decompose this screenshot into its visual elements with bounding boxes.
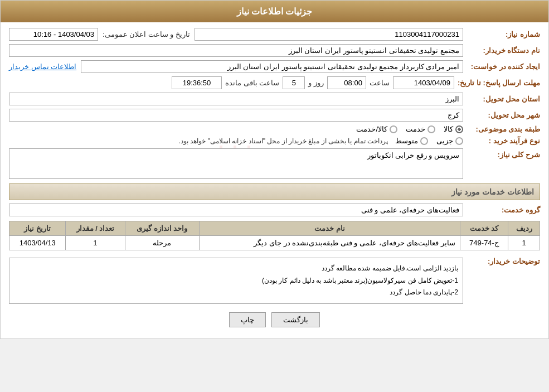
cell-row: 1 [508,236,540,250]
purchase-option-medium[interactable]: متوسط [395,137,428,145]
cell-unit: مرحله [125,236,200,250]
province-row: استان محل تحویل: البرز [9,93,540,105]
response-days: 5 [283,76,305,89]
need-desc-container: 🛡 سرویس و رفع خرابی انکوباتور [9,148,463,179]
need-desc-section: شرح کلی نیاز: 🛡 سرویس و رفع خرابی انکوبا… [9,148,540,179]
city-label: شهر محل تحویل: [468,111,540,119]
need-number-value: 1103004117000231 [195,28,463,41]
back-button[interactable]: بازگشت [271,312,320,327]
button-row: بازگشت چاپ [9,312,540,327]
response-deadline-row: مهلت ارسال پاسخ: تا تاریخ: 1403/04/09 سا… [9,76,540,89]
city-row: شهر محل تحویل: کرج [9,109,540,122]
buyer-org-label: نام دستگاه خریدار: [468,46,540,55]
need-number-label: شماره نیاز: [468,30,540,38]
purchase-label-medium: متوسط [395,137,418,145]
category-label-kala-service: کالا/خدمت [356,125,387,133]
service-group-value: فعالیت‌های حرفه‌ای، علمی و فنی [9,204,463,216]
purchase-radio-partial [455,137,463,145]
buyer-org-row: نام دستگاه خریدار: مجتمع تولیدی تحقیقاتی… [9,44,540,57]
announce-date-label: تاریخ و ساعت اعلان عمومی: [103,30,190,38]
city-value: کرج [9,109,463,122]
content-area: شماره نیاز: 1103004117000231 تاریخ و ساع… [1,22,548,338]
col-header-name: نام خدمت [200,221,460,236]
cell-code: ج-74-749 [460,236,508,250]
category-radio-service [427,125,435,133]
response-remaining-label: ساعت باقی مانده [225,79,279,87]
purchase-option-partial[interactable]: جزیی [436,137,463,145]
response-deadline-label: مهلت ارسال پاسخ: تا تاریخ: [458,79,540,87]
creator-value: امیر مرادی کاربرداز مجتمع تولیدی تحقیقات… [81,60,463,73]
category-radio-kala [455,125,463,133]
purchase-type-label: نوع فرآیند خرید : [468,137,540,145]
category-option-kala-service[interactable]: کالا/خدمت [356,125,397,133]
buyer-notes-label: توضیحات خریدار: [468,257,540,265]
need-number-row: شماره نیاز: 1103004117000231 تاریخ و ساع… [9,28,540,41]
page-wrapper: جزئیات اطلاعات نیاز شماره نیاز: 11030041… [0,0,549,339]
col-header-code: کد خدمت [460,221,508,236]
purchase-radio-medium [420,137,428,145]
creator-row: ایجاد کننده در خواست: امیر مرادی کاربردا… [9,60,540,73]
buyer-notes-value: بازدید الزامی است.فایل ضمیمه شده مطالعه … [9,258,463,304]
announce-date-value: 1403/04/03 - 10:16 [9,28,98,41]
cell-name: سایر فعالیت‌های حرفه‌ای، علمی و فنی طبقه… [200,236,460,250]
col-header-date: تاریخ نیاز [9,221,66,236]
response-date: 1403/04/09 [393,76,454,89]
creator-link[interactable]: اطلاعات تماس خریدار [9,62,76,71]
category-option-service[interactable]: خدمت [406,125,435,133]
print-button[interactable]: چاپ [229,312,266,327]
page-header: جزئیات اطلاعات نیاز [1,1,548,22]
category-radio-kala-service [390,125,397,133]
table-row: 1 ج-74-749 سایر فعالیت‌های حرفه‌ای، علمی… [9,236,540,250]
need-desc-label: شرح کلی نیاز: [468,151,540,159]
response-time: 08:00 [327,76,366,89]
category-label-kala: کالا [444,125,453,133]
category-option-kala[interactable]: کالا [444,125,463,133]
col-header-qty: تعداد / مقدار [66,221,125,236]
category-radio-group: کالا خدمت کالا/خدمت [356,125,463,133]
response-remaining: 19:36:50 [172,76,222,89]
province-value: البرز [9,93,463,105]
cell-date: 1403/04/13 [9,236,66,250]
need-desc-value: سرویس و رفع خرابی انکوباتور [9,148,463,179]
purchase-radio-group: جزیی متوسط [395,137,463,145]
purchase-type-row: نوع فرآیند خرید : جزیی متوسط پرداخت تمام… [9,137,540,145]
category-label-service: خدمت [406,125,425,133]
services-section-header: اطلاعات خدمات مورد نیاز [9,183,540,200]
category-row: طبقه بندی موضوعی: کالا خدمت کالا/خدمت [9,125,540,133]
purchase-note: پرداخت تمام یا بخشی از مبلغ خریدار از مح… [179,137,388,145]
creator-label: ایجاد کننده در خواست: [468,62,540,71]
response-days-label: روز و [308,79,324,87]
purchase-label-partial: جزیی [436,137,453,145]
table-header-row: ردیف کد خدمت نام خدمت واحد اندازه گیری ت… [9,221,540,236]
service-group-row: گروه خدمت: فعالیت‌های حرفه‌ای، علمی و فن… [9,204,540,216]
response-time-label: ساعت [370,79,390,87]
services-table: ردیف کد خدمت نام خدمت واحد اندازه گیری ت… [9,221,540,250]
province-label: استان محل تحویل: [468,95,540,103]
buyer-notes-section: توضیحات خریدار: بازدید الزامی است.فایل ض… [9,255,540,307]
cell-quantity: 1 [66,236,125,250]
buyer-org-value: مجتمع تولیدی تحقیقاتی انستیتو پاستور ایر… [9,44,463,57]
service-group-label: گروه خدمت: [468,206,540,214]
col-header-unit: واحد اندازه گیری [125,221,200,236]
page-title: جزئیات اطلاعات نیاز [237,7,313,16]
col-header-row: ردیف [508,221,540,236]
category-label: طبقه بندی موضوعی: [468,125,540,133]
